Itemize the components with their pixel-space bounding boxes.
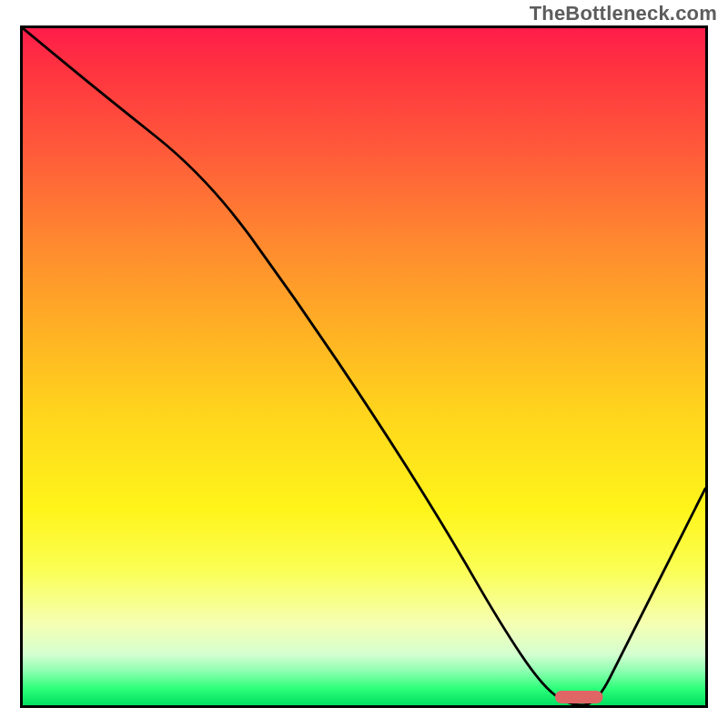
bottleneck-curve <box>23 28 705 705</box>
watermark-text: TheBottleneck.com <box>530 2 717 25</box>
chart-frame: TheBottleneck.com <box>0 0 728 728</box>
chart-svg <box>23 28 705 705</box>
optimal-marker <box>555 691 603 703</box>
plot-area <box>20 25 708 708</box>
